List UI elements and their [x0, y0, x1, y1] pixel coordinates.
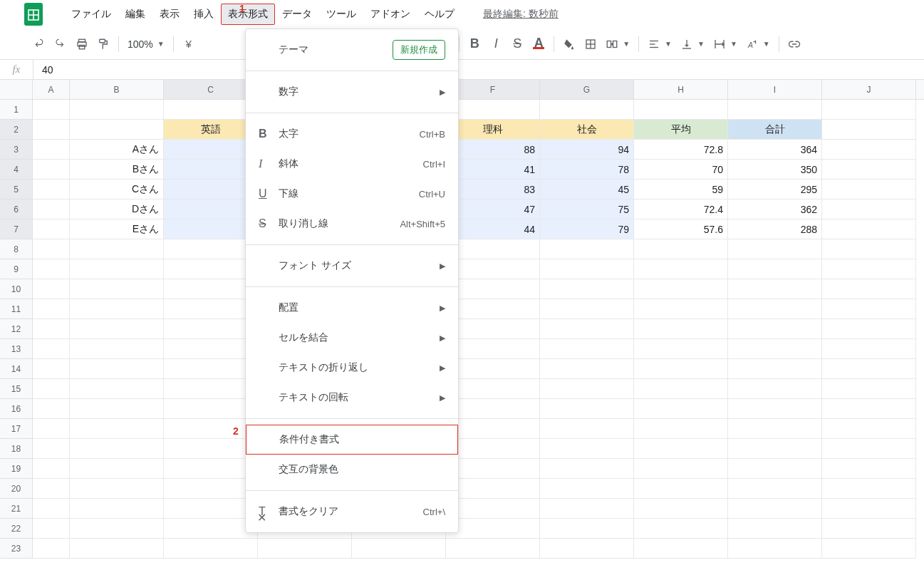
cell-I20[interactable] [728, 479, 822, 499]
cell-J21[interactable] [822, 499, 916, 519]
cell-F23[interactable] [446, 539, 540, 559]
cell-A13[interactable] [33, 339, 70, 359]
cell-C11[interactable] [164, 299, 258, 319]
cell-F10[interactable] [446, 279, 540, 299]
menu-number[interactable]: 数字 ▶ [246, 77, 458, 107]
cell-J6[interactable] [822, 200, 916, 219]
cell-C22[interactable] [164, 519, 258, 539]
cell-G16[interactable] [540, 399, 634, 419]
cell-D23[interactable] [258, 539, 352, 559]
cell-F4[interactable]: 41 [446, 160, 540, 180]
cell-C1[interactable] [164, 100, 258, 120]
fill-color-button[interactable] [559, 33, 580, 55]
cell-H22[interactable] [634, 519, 728, 539]
cell-H9[interactable] [634, 259, 728, 279]
cell-C19[interactable] [164, 459, 258, 479]
cell-I12[interactable] [728, 319, 822, 339]
cell-B4[interactable]: Bさん [70, 160, 164, 180]
col-header-H[interactable]: H [634, 80, 728, 99]
cell-A11[interactable] [33, 299, 70, 319]
cell-G22[interactable] [540, 519, 634, 539]
cell-F18[interactable] [446, 439, 540, 459]
cell-I18[interactable] [728, 439, 822, 459]
cell-A10[interactable] [33, 279, 70, 299]
cell-H15[interactable] [634, 379, 728, 399]
row-header-5[interactable]: 5 [0, 180, 33, 200]
cell-F15[interactable] [446, 379, 540, 399]
cell-G11[interactable] [540, 299, 634, 319]
row-header-3[interactable]: 3 [0, 140, 33, 160]
cell-F13[interactable] [446, 339, 540, 359]
currency-button[interactable]: ¥ [178, 33, 199, 55]
cell-C6[interactable] [164, 200, 258, 219]
cell-B2[interactable] [70, 120, 164, 140]
cell-F7[interactable]: 44 [446, 219, 540, 239]
row-header-12[interactable]: 12 [0, 319, 33, 339]
undo-button[interactable] [28, 33, 50, 55]
cell-G20[interactable] [540, 479, 634, 499]
row-header-21[interactable]: 21 [0, 499, 33, 519]
cell-J3[interactable] [822, 140, 916, 160]
cell-I3[interactable]: 364 [728, 140, 822, 160]
cell-B21[interactable] [70, 499, 164, 519]
cell-G4[interactable]: 78 [540, 160, 634, 180]
cell-B6[interactable]: Dさん [70, 200, 164, 219]
cell-G7[interactable]: 79 [540, 219, 634, 239]
menu-merge[interactable]: セルを結合 ▶ [246, 323, 458, 353]
cell-A7[interactable] [33, 219, 70, 239]
cell-H11[interactable] [634, 299, 728, 319]
cell-B7[interactable]: Eさん [70, 219, 164, 239]
h-align-button[interactable]: ▼ [643, 38, 676, 51]
menu-ツール[interactable]: ツール [319, 4, 363, 25]
cell-A17[interactable] [33, 419, 70, 439]
cell-A16[interactable] [33, 399, 70, 419]
row-header-1[interactable]: 1 [0, 100, 33, 120]
cell-H5[interactable]: 59 [634, 180, 728, 200]
cell-I5[interactable]: 295 [728, 180, 822, 200]
cell-H7[interactable]: 57.6 [634, 219, 728, 239]
cell-F1[interactable] [446, 100, 540, 120]
cell-G3[interactable]: 94 [540, 140, 634, 160]
cell-F14[interactable] [446, 359, 540, 379]
cell-H13[interactable] [634, 339, 728, 359]
cell-C18[interactable] [164, 439, 258, 459]
col-header-C[interactable]: C [164, 80, 258, 99]
cell-F8[interactable] [446, 239, 540, 259]
col-header-F[interactable]: F [446, 80, 540, 99]
col-header-A[interactable]: A [33, 80, 70, 99]
menu-表示[interactable]: 表示 [152, 4, 187, 25]
zoom-select[interactable]: 100%▼ [123, 38, 169, 50]
cell-J20[interactable] [822, 479, 916, 499]
cell-B15[interactable] [70, 379, 164, 399]
row-header-8[interactable]: 8 [0, 239, 33, 259]
cell-H4[interactable]: 70 [634, 160, 728, 180]
cell-J16[interactable] [822, 399, 916, 419]
menu-挿入[interactable]: 挿入 [187, 4, 221, 25]
cell-B5[interactable]: Cさん [70, 180, 164, 200]
cell-G8[interactable] [540, 239, 634, 259]
col-header-B[interactable]: B [70, 80, 164, 99]
cell-I10[interactable] [728, 279, 822, 299]
row-header-23[interactable]: 23 [0, 539, 33, 559]
cell-C16[interactable] [164, 399, 258, 419]
cell-J9[interactable] [822, 259, 916, 279]
row-header-9[interactable]: 9 [0, 259, 33, 279]
cell-F6[interactable]: 47 [446, 200, 540, 219]
cell-G10[interactable] [540, 279, 634, 299]
cell-C14[interactable] [164, 359, 258, 379]
cell-B17[interactable] [70, 419, 164, 439]
cell-C12[interactable] [164, 319, 258, 339]
cell-H6[interactable]: 72.4 [634, 200, 728, 219]
cell-J4[interactable] [822, 160, 916, 180]
cell-H10[interactable] [634, 279, 728, 299]
paint-format-button[interactable] [93, 33, 114, 55]
col-header-I[interactable]: I [728, 80, 822, 99]
cell-G14[interactable] [540, 359, 634, 379]
cell-J23[interactable] [822, 539, 916, 559]
cell-I23[interactable] [728, 539, 822, 559]
cell-H3[interactable]: 72.8 [634, 140, 728, 160]
cell-B13[interactable] [70, 339, 164, 359]
cell-J18[interactable] [822, 439, 916, 459]
cell-J13[interactable] [822, 339, 916, 359]
cell-F12[interactable] [446, 319, 540, 339]
